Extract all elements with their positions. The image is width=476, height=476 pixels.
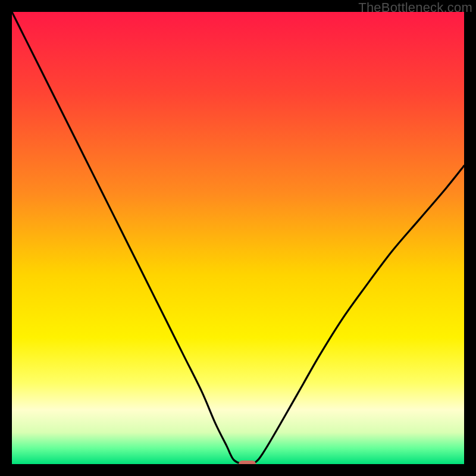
watermark-text: TheBottleneck.com (358, 0, 472, 15)
bottleneck-curve (12, 12, 464, 464)
chart-frame: TheBottleneck.com (0, 0, 476, 476)
plot-area (12, 12, 464, 464)
minimum-marker (239, 461, 256, 464)
